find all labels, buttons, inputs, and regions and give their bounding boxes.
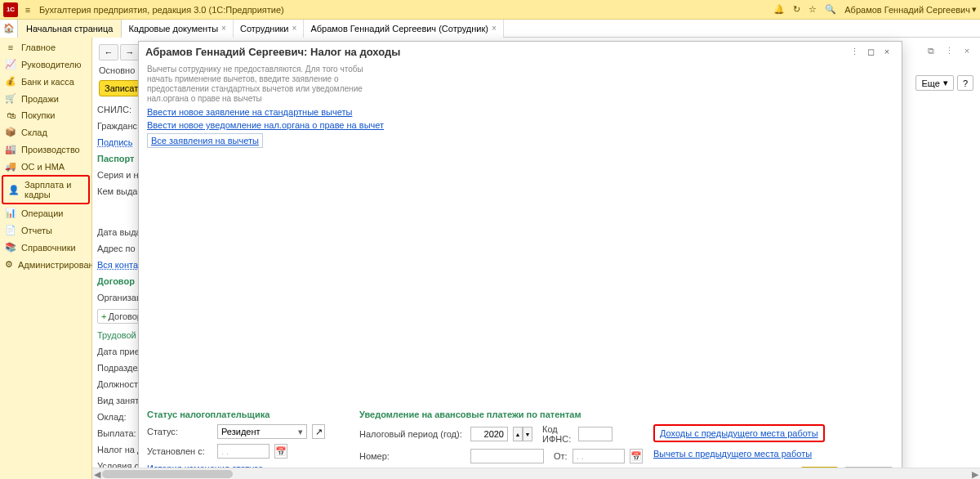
tab-employees[interactable]: Сотрудники× <box>234 20 304 38</box>
write-button[interactable]: Записат <box>99 80 144 96</box>
sidebar-item-warehouse[interactable]: 📦Склад <box>0 123 91 141</box>
box-icon: 📦 <box>5 127 16 137</box>
close-icon[interactable]: × <box>221 20 226 38</box>
app-title: Бухгалтерия предприятия, редакция 3.0 (1… <box>39 5 773 15</box>
advance-header: Уведомление на авансовые платежи по пате… <box>359 410 612 419</box>
close-icon[interactable]: × <box>492 20 497 38</box>
user-menu[interactable]: Абрамов Геннадий Сергеевич▾ <box>844 4 977 15</box>
previous-income-highlight: Доходы с предыдущего места работы <box>653 424 825 442</box>
factory-icon: 🏭 <box>5 144 16 154</box>
ifns-label: Код ИФНС: <box>542 424 573 444</box>
kebab-icon[interactable]: ⋮ <box>942 44 956 57</box>
period-label: Налоговый период (год): <box>359 429 466 439</box>
sidebar-item-main[interactable]: ≡Главное <box>0 39 91 56</box>
tax-year-input[interactable] <box>470 427 508 441</box>
prev-job-deductions-link[interactable]: Вычеты с предыдущего места работы <box>653 449 825 459</box>
since-label: Установлен с: <box>147 446 212 456</box>
intro-line4: нал.органа о праве на вычеты <box>147 94 893 104</box>
back-button[interactable]: ← <box>99 44 118 60</box>
sidebar-item-sales[interactable]: 🛒Продажи <box>0 90 91 107</box>
from-date-input[interactable] <box>572 449 625 463</box>
gear-icon: ⚙ <box>5 259 13 270</box>
modal-close-icon[interactable]: × <box>879 47 895 56</box>
star-icon[interactable]: ☆ <box>808 4 817 15</box>
link-all-deductions[interactable]: Все заявления на вычеты <box>147 133 263 148</box>
cart-icon: 🛒 <box>5 93 16 104</box>
bell-icon[interactable]: 🔔 <box>773 4 785 15</box>
more-button[interactable]: Еще▾ <box>915 75 953 91</box>
chevron-down-icon[interactable]: ▾ <box>298 427 303 437</box>
sidebar-item-operations[interactable]: 📊Операции <box>0 204 91 222</box>
sidebar-item-manager[interactable]: 📈Руководителю <box>0 56 91 73</box>
ifns-input[interactable] <box>578 427 612 441</box>
tab-employee-card[interactable]: Абрамов Геннадий Сергеевич (Сотрудник)× <box>304 20 503 38</box>
tab-home[interactable]: Начальная страница <box>18 20 122 38</box>
modal-title: Абрамов Геннадий Сергеевич: Налог на дох… <box>145 46 846 58</box>
books-icon: 📚 <box>5 242 16 253</box>
number-label: Номер: <box>359 451 466 461</box>
from-label: От: <box>554 451 568 461</box>
intro-line2: начать применение вычетов, введите заявл… <box>147 74 893 84</box>
person-icon: 👤 <box>8 185 20 195</box>
sidebar-item-reports[interactable]: 📄Отчеты <box>0 222 91 239</box>
modal-income-tax: Абрамов Геннадий Сергеевич: Налог на дох… <box>138 41 902 479</box>
horizontal-scrollbar[interactable]: ◀ ▶ <box>92 468 980 479</box>
since-date-input[interactable] <box>217 444 270 459</box>
sidebar-item-catalog[interactable]: 📚Справочники <box>0 239 91 256</box>
open-new-icon[interactable]: ⧉ <box>924 44 938 57</box>
open-ref-button[interactable]: ↗ <box>312 424 325 439</box>
status-select[interactable]: Резидент ▾ <box>217 424 307 439</box>
sidebar-item-admin[interactable]: ⚙Администрирование <box>0 256 91 273</box>
help-button[interactable]: ? <box>957 75 973 91</box>
forward-button[interactable]: → <box>120 44 140 60</box>
chart-icon: 📈 <box>5 59 16 69</box>
intro-line1: Вычеты сотруднику не предоставляются. Дл… <box>147 65 893 74</box>
hamburger-icon[interactable]: ≡ <box>21 5 34 15</box>
status-label: Статус: <box>147 427 212 436</box>
calendar-icon[interactable]: 📅 <box>274 444 287 459</box>
tab-hr-docs[interactable]: Кадровые документы× <box>122 20 234 38</box>
calendar-icon[interactable]: 📅 <box>630 449 643 463</box>
sidebar: ≡Главное 📈Руководителю 💰Банк и касса 🛒Пр… <box>0 38 92 479</box>
money-icon: 💰 <box>5 76 16 87</box>
back-tab-main[interactable]: Основно <box>99 65 144 75</box>
doc-icon: 📄 <box>5 225 16 235</box>
scrollbar-thumb[interactable] <box>102 470 233 478</box>
number-input[interactable] <box>470 449 544 463</box>
menu-icon: ≡ <box>5 43 16 52</box>
link-new-tax-notice[interactable]: Ввести новое уведомление нал.органа о пр… <box>147 120 893 130</box>
app-bar: 1C ≡ Бухгалтерия предприятия, редакция 3… <box>0 0 980 20</box>
sidebar-item-hr[interactable]: 👤Зарплата и кадры <box>2 175 90 204</box>
link-new-standard-deduction[interactable]: Ввести новое заявление на стандартные вы… <box>147 107 893 117</box>
home-icon[interactable]: 🏠 <box>0 20 18 38</box>
sidebar-item-assets[interactable]: 🚚ОС и НМА <box>0 158 91 175</box>
close-icon[interactable]: × <box>960 44 973 57</box>
sidebar-item-bank[interactable]: 💰Банк и касса <box>0 73 91 90</box>
year-down-button[interactable]: ▼ <box>523 427 532 441</box>
prev-job-income-link[interactable]: Доходы с предыдущего места работы <box>660 428 818 438</box>
close-icon[interactable]: × <box>292 20 297 38</box>
intro-line3: предоставлении стандартных вычетов или у… <box>147 84 893 94</box>
ops-icon: 📊 <box>5 208 16 218</box>
scroll-right-icon[interactable]: ▶ <box>970 468 980 479</box>
modal-restore-icon[interactable]: ◻ <box>862 47 879 57</box>
tab-row: 🏠 Начальная страница Кадровые документы×… <box>0 20 980 38</box>
truck-icon: 🚚 <box>5 161 16 172</box>
bag-icon: 🛍 <box>5 110 16 120</box>
search-icon[interactable]: 🔍 <box>825 4 836 15</box>
content-area: ← → Основно Записат СНИЛС: Гражданс Подп… <box>92 38 980 479</box>
year-up-button[interactable]: ▲ <box>513 427 523 441</box>
modal-kebab-icon[interactable]: ⋮ <box>846 47 862 57</box>
scroll-left-icon[interactable]: ◀ <box>92 468 102 479</box>
sidebar-item-purchases[interactable]: 🛍Покупки <box>0 107 91 123</box>
logo-1c-icon: 1C <box>3 2 18 17</box>
sidebar-item-production[interactable]: 🏭Производство <box>0 141 91 158</box>
history-icon[interactable]: ↻ <box>793 4 800 15</box>
plus-icon: + <box>101 311 106 321</box>
status-header: Статус налогоплательщика <box>147 410 335 419</box>
